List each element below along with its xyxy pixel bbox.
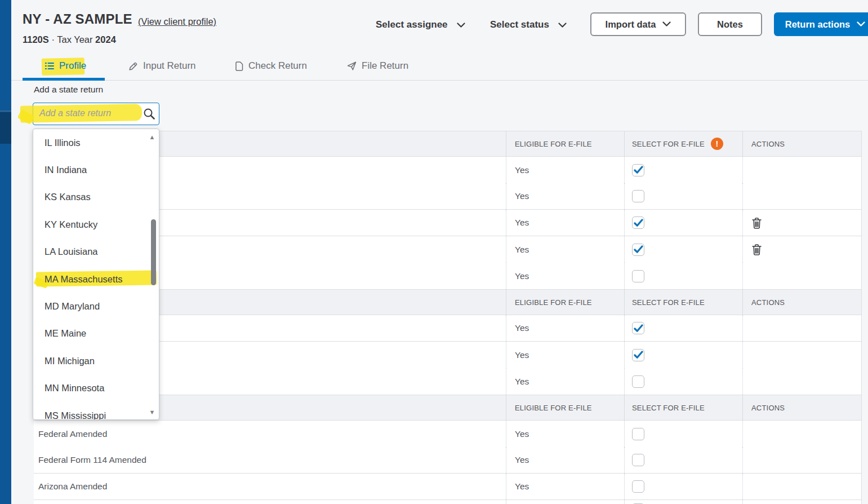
notes-button[interactable]: Notes (698, 12, 762, 36)
select-cell (624, 236, 742, 263)
select-cell (624, 368, 742, 395)
select-assignee-label: Select assignee (376, 19, 448, 30)
select-status-label: Select status (490, 19, 549, 30)
eligible-value: Yes (506, 315, 624, 341)
efile-checkbox[interactable] (632, 349, 644, 361)
tab-input-return-label: Input Return (143, 60, 196, 72)
rail-active-segment[interactable] (0, 112, 11, 144)
efile-checkbox[interactable] (632, 244, 644, 256)
dropdown-item[interactable]: KS Kansas (33, 184, 159, 211)
import-data-button[interactable]: Import data (590, 12, 686, 36)
delete-return-button[interactable] (751, 217, 762, 229)
select-cell (624, 342, 742, 368)
chevron-down-icon (558, 23, 567, 28)
actions-cell (742, 368, 861, 395)
eligible-value: Yes (506, 421, 624, 447)
dropdown-item[interactable]: IN Indiana (33, 156, 159, 183)
actions-cell (742, 315, 861, 341)
select-status-dropdown[interactable]: Select status (490, 18, 567, 32)
dropdown-item[interactable]: ME Maine (33, 320, 159, 347)
return-actions-button[interactable]: Return actions (774, 12, 868, 36)
tab-profile-label: Profile (59, 60, 86, 72)
actions-cell (742, 342, 861, 368)
header-actions: ACTIONS (742, 290, 861, 315)
tab-check-return-label: Check Return (248, 60, 307, 72)
dropdown-item-label: MA Massachusetts (44, 274, 122, 285)
dropdown-item[interactable]: MS Mississippi (33, 402, 159, 420)
dropdown-item[interactable]: MA Massachusetts (33, 266, 159, 293)
dropdown-item[interactable]: IL Illinois (33, 129, 159, 156)
header-eligible-for-efile: ELIGIBLE FOR E-FILE (506, 290, 624, 315)
tab-profile[interactable]: Profile (45, 60, 86, 72)
rail-divider (0, 110, 11, 112)
active-tab-underline (23, 78, 105, 81)
checkmark-icon (634, 245, 643, 254)
efile-checkbox[interactable] (632, 454, 644, 466)
select-cell (624, 210, 742, 236)
list-icon (45, 62, 54, 70)
efile-checkbox[interactable] (632, 428, 644, 440)
trash-icon (751, 217, 762, 229)
efile-checkbox[interactable] (632, 375, 644, 388)
view-client-profile-link[interactable]: (View client profile) (138, 16, 216, 27)
scroll-down-icon[interactable]: ▼ (148, 409, 156, 415)
left-nav-rail[interactable] (0, 0, 11, 504)
notes-label: Notes (717, 19, 743, 30)
select-cell (624, 315, 742, 341)
efile-checkbox[interactable] (632, 480, 644, 493)
actions-cell (742, 447, 861, 473)
return-name: Federal Amended (34, 421, 506, 447)
eligible-value: Yes (506, 236, 624, 263)
dropdown-item[interactable]: KY Kentucky (33, 211, 159, 238)
efile-checkbox[interactable] (632, 216, 644, 229)
dropdown-item[interactable]: MI Michigan (33, 347, 159, 374)
efile-checkbox[interactable] (632, 270, 644, 282)
dropdown-item-label: IL Illinois (44, 138, 81, 148)
delete-return-button[interactable] (751, 244, 762, 255)
tab-file-return[interactable]: File Return (347, 60, 408, 72)
efile-checkbox[interactable] (632, 190, 644, 202)
dropdown-item[interactable]: LA Louisiana (33, 238, 159, 266)
eligible-value: Yes (506, 474, 624, 499)
table-row (34, 500, 861, 504)
eligible-value (506, 500, 624, 504)
tab-input-return[interactable]: Input Return (128, 60, 196, 72)
header-select-for-efile: SELECT FOR E-FILE (624, 290, 742, 315)
scroll-up-icon[interactable]: ▲ (148, 134, 156, 140)
scrollbar-thumb[interactable] (151, 219, 156, 285)
send-icon (347, 61, 357, 70)
import-data-label: Import data (606, 19, 656, 30)
table-row: Federal AmendedYes (34, 421, 861, 447)
checkmark-icon (634, 324, 643, 333)
header-select-for-efile: SELECT FOR E-FILE! (624, 131, 742, 156)
header-actions: ACTIONS (742, 395, 861, 420)
actions-cell (742, 210, 861, 236)
actions-cell (742, 474, 861, 499)
dropdown-item-label: KS Kansas (44, 192, 91, 202)
actions-cell (742, 421, 861, 447)
checkmark-icon (634, 166, 643, 174)
efile-checkbox[interactable] (632, 322, 644, 334)
return-name: Federal Form 114 Amended (34, 447, 506, 473)
eligible-value: Yes (506, 263, 624, 289)
tax-year-label: Tax Year (57, 34, 92, 45)
actions-cell (742, 183, 861, 209)
dot-separator: · (51, 34, 55, 45)
header-select-for-efile: SELECT FOR E-FILE (624, 395, 742, 420)
return-name: Arizona Amended (34, 474, 506, 499)
warning-icon[interactable]: ! (711, 138, 723, 150)
efile-checkbox[interactable] (632, 164, 644, 176)
dropdown-item[interactable]: MD Maryland (33, 293, 159, 320)
actions-cell (742, 500, 861, 504)
document-icon (235, 61, 243, 71)
search-input-placeholder: Add a state return (39, 108, 111, 118)
return-actions-label: Return actions (785, 19, 851, 30)
tab-check-return[interactable]: Check Return (235, 60, 307, 72)
tax-year-value: 2024 (95, 34, 116, 45)
chevron-down-icon (457, 23, 465, 28)
select-cell (624, 263, 742, 289)
dropdown-item[interactable]: MN Minnesota (33, 375, 159, 402)
dropdown-item-label: LA Louisiana (44, 246, 98, 257)
select-cell (624, 474, 742, 499)
select-assignee-dropdown[interactable]: Select assignee (376, 18, 465, 32)
